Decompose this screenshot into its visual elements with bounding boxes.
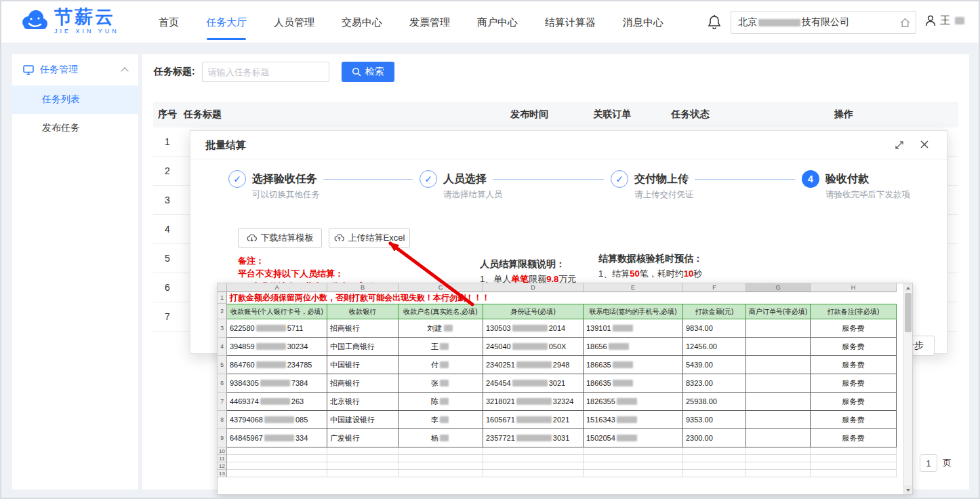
excel-cell-account[interactable]: 864760234785 [227, 356, 327, 374]
excel-cell-amount[interactable]: 9834.00 [683, 319, 746, 338]
excel-cell-bank[interactable]: 招商银行 [327, 374, 399, 393]
excel-cell-name[interactable]: 李 [399, 411, 483, 429]
excel-cell-phone[interactable]: 186635 [584, 356, 683, 374]
excel-empty-cell[interactable] [227, 447, 327, 455]
excel-cell-note[interactable]: 服务费 [811, 393, 897, 411]
nav-item-6[interactable]: 商户中心 [464, 1, 531, 43]
sidebar-item-1[interactable]: 任务列表 [12, 85, 138, 114]
excel-empty-cell[interactable] [483, 447, 584, 455]
excel-cell-account[interactable]: 4469374263 [227, 393, 327, 411]
excel-cell-bank[interactable]: 中国银行 [327, 356, 399, 374]
excel-cell-order[interactable] [746, 319, 811, 338]
excel-cell-account[interactable]: 39485930234 [227, 338, 327, 356]
excel-cell-name[interactable]: 王 [399, 338, 483, 356]
nav-item-4[interactable]: 交易中心 [328, 1, 396, 43]
excel-cell-phone[interactable]: 139101 [584, 319, 683, 338]
excel-cell-amount[interactable]: 8323.00 [683, 374, 746, 393]
excel-cell-phone[interactable]: 1826355 [584, 393, 683, 411]
excel-cell-order[interactable] [746, 356, 811, 374]
excel-cell-order[interactable] [746, 429, 811, 447]
excel-header-cell[interactable]: 联系电话(签约的手机号,必填) [584, 304, 683, 319]
excel-column-letter-F[interactable]: F [683, 283, 746, 292]
excel-empty-cell[interactable] [327, 455, 399, 462]
excel-empty-cell[interactable] [399, 447, 483, 455]
excel-empty-cell[interactable] [811, 455, 897, 462]
excel-empty-cell[interactable] [746, 447, 811, 455]
excel-cell-note[interactable]: 服务费 [811, 338, 897, 356]
excel-cell-id[interactable]: 245040050X [483, 338, 584, 356]
excel-empty-cell[interactable] [227, 470, 327, 477]
excel-header-cell[interactable]: 收款账号(个人银行卡号，必填) [227, 304, 327, 319]
excel-empty-cell[interactable] [811, 470, 897, 477]
scroll-down-arrow[interactable] [904, 485, 912, 494]
excel-cell-id[interactable]: 321802132324 [483, 393, 584, 411]
excel-empty-cell[interactable] [483, 455, 584, 462]
excel-cell-bank[interactable]: 中国工商银行 [327, 338, 399, 356]
excel-header-cell[interactable]: 身份证号(必填) [483, 304, 584, 319]
nav-item-5[interactable]: 发票管理 [396, 1, 464, 43]
page-number-box[interactable]: 1 [920, 454, 937, 472]
excel-empty-cell[interactable] [399, 455, 483, 462]
excel-column-letter-H[interactable]: H [811, 283, 897, 292]
excel-cell-amount[interactable]: 2300.00 [683, 429, 746, 447]
excel-empty-cell[interactable] [746, 470, 811, 477]
excel-cell-note[interactable]: 服务费 [811, 319, 897, 338]
excel-cell-account[interactable]: 93843057384 [227, 374, 327, 393]
brand-logo[interactable]: 节薪云 JIE XIN YUN [18, 7, 119, 35]
excel-empty-cell[interactable] [683, 470, 746, 477]
nav-item-7[interactable]: 结算计算器 [531, 1, 609, 43]
excel-cell-order[interactable] [746, 374, 811, 393]
excel-empty-cell[interactable] [483, 462, 584, 470]
company-selector[interactable]: 北京技有限公司 [731, 11, 916, 34]
excel-cell-name[interactable]: 张 [399, 374, 483, 393]
scroll-up-arrow[interactable] [904, 283, 912, 292]
excel-cell-name[interactable]: 付 [399, 356, 483, 374]
scrollbar-thumb[interactable] [905, 293, 912, 332]
excel-cell-amount[interactable]: 12456.00 [683, 338, 746, 356]
excel-header-cell[interactable]: 打款备注(非必填) [811, 304, 897, 319]
excel-cell-name[interactable]: 杨 [399, 429, 483, 447]
excel-cell-note[interactable]: 服务费 [811, 411, 897, 429]
excel-cell-phone[interactable]: 18656 [584, 338, 683, 356]
excel-cell-bank[interactable]: 北京银行 [327, 393, 399, 411]
excel-cell-phone[interactable]: 1502054 [584, 429, 683, 447]
upload-excel-button[interactable]: 上传结算Excel [329, 228, 410, 248]
excel-empty-cell[interactable] [227, 462, 327, 470]
sidebar-group-task-management[interactable]: 任务管理 [12, 54, 138, 85]
excel-column-letter-G[interactable]: G [746, 283, 811, 292]
excel-cell-amount[interactable]: 25938.00 [683, 393, 746, 411]
excel-empty-cell[interactable] [584, 447, 683, 455]
excel-cell-bank[interactable]: 招商银行 [327, 319, 399, 338]
download-template-button[interactable]: 下载结算模板 [238, 228, 322, 248]
excel-column-letter-B[interactable]: B [327, 283, 399, 292]
excel-column-letter-A[interactable]: A [227, 283, 327, 292]
excel-header-cell[interactable]: 打款金额(元) [683, 304, 746, 319]
nav-item-8[interactable]: 消息中心 [609, 1, 677, 43]
excel-empty-cell[interactable] [584, 470, 683, 477]
nav-item-2[interactable]: 任务大厅 [192, 1, 260, 43]
step-2[interactable]: ✓人员选择请选择结算人员 [420, 170, 503, 201]
excel-empty-cell[interactable] [683, 447, 746, 455]
excel-cell-id[interactable]: 23577213031 [483, 429, 584, 447]
excel-column-letter-C[interactable]: C [399, 283, 483, 292]
excel-empty-cell[interactable] [327, 447, 399, 455]
excel-scrollbar[interactable] [903, 283, 912, 494]
excel-cell-id[interactable]: 1305032014 [483, 319, 584, 338]
excel-cell-phone[interactable]: 1516343 [584, 411, 683, 429]
excel-cell-order[interactable] [746, 393, 811, 411]
excel-empty-cell[interactable] [811, 447, 897, 455]
excel-cell-name[interactable]: 陈 [399, 393, 483, 411]
excel-empty-cell[interactable] [327, 462, 399, 470]
excel-column-letter-D[interactable]: D [483, 283, 584, 292]
excel-cell-bank[interactable]: 广发银行 [327, 429, 399, 447]
excel-cell-note[interactable]: 服务费 [811, 356, 897, 374]
excel-corner-cell[interactable] [218, 283, 227, 292]
excel-cell-bank[interactable]: 中国建设银行 [327, 411, 399, 429]
excel-empty-cell[interactable] [399, 462, 483, 470]
notification-bell-icon[interactable] [708, 14, 721, 33]
excel-column-letter-E[interactable]: E [584, 283, 683, 292]
step-4[interactable]: 4验收付款请验收完毕后下发款项 [802, 170, 910, 201]
excel-cell-id[interactable]: 2454543021 [483, 374, 584, 393]
excel-empty-cell[interactable] [327, 470, 399, 477]
search-button[interactable]: 检索 [342, 62, 394, 82]
